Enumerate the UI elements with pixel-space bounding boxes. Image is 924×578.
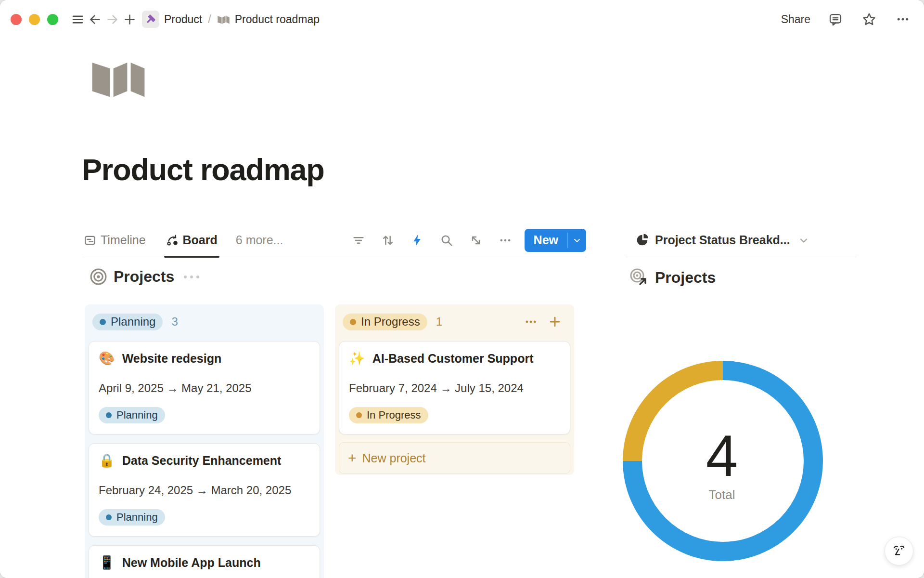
new-button-chevron-icon[interactable]: [568, 229, 586, 252]
chart-total-value: 4: [674, 427, 770, 485]
sparkles-emoji-icon: ✨: [349, 352, 365, 365]
favorite-star-icon[interactable]: [860, 11, 878, 28]
card-status-label: Planning: [116, 511, 158, 524]
card-status-tag: In Progress: [349, 407, 428, 423]
breadcrumb: Product / Product roadmap: [142, 11, 320, 28]
new-project-button[interactable]: + New project: [339, 442, 570, 474]
plus-icon: +: [348, 451, 357, 465]
card-date-range: February 24, 2025 → March 20, 2025: [99, 483, 310, 498]
minimize-window-button[interactable]: [29, 14, 40, 25]
zoom-window-button[interactable]: [47, 14, 58, 25]
filter-icon[interactable]: [351, 233, 366, 248]
section-options-ellipsis-icon[interactable]: [184, 276, 199, 278]
automation-lightning-icon[interactable]: [410, 233, 425, 248]
status-dot-yellow: [356, 412, 362, 418]
column-count-planning: 3: [171, 315, 178, 328]
card-date-range: April 9, 2025 → May 21, 2025: [99, 381, 310, 395]
topbar-actions: Share: [781, 11, 911, 28]
column-status-pill-in-progress[interactable]: In Progress: [343, 314, 427, 330]
tab-timeline-label: Timeline: [101, 233, 146, 247]
column-add-card-plus-icon[interactable]: [548, 315, 562, 328]
column-count-in-progress: 1: [436, 315, 442, 328]
card-status-label: In Progress: [367, 409, 421, 421]
card-title: New Mobile App Launch: [122, 556, 261, 570]
palette-emoji-icon: 🎨: [99, 352, 115, 365]
view-toolbar: [351, 233, 513, 248]
mobile-phone-emoji-icon: 📱: [99, 556, 115, 569]
tab-timeline[interactable]: Timeline: [82, 223, 148, 257]
hamburger-menu-icon[interactable]: [69, 11, 86, 28]
tab-board[interactable]: Board: [164, 223, 219, 257]
column-status-pill-planning[interactable]: Planning: [92, 314, 163, 330]
board-card-mobile-app[interactable]: 📱 New Mobile App Launch May 1, 2025 → Ma…: [89, 545, 320, 578]
target-icon: [90, 268, 107, 286]
breadcrumb-item-product[interactable]: Product: [164, 13, 202, 26]
board-card-website-redesign[interactable]: 🎨 Website redesign April 9, 2025 → May 2…: [89, 341, 320, 434]
lock-emoji-icon: 🔒: [99, 454, 115, 467]
app-window: Product / Product roadmap Share Product …: [0, 0, 924, 578]
window-controls: [11, 14, 58, 25]
board-section-heading: Projects: [90, 268, 199, 286]
status-dot-yellow: [350, 319, 356, 325]
new-record-button[interactable]: New: [525, 229, 586, 252]
card-title: Website redesign: [122, 352, 222, 366]
view-tabs-bar: Timeline Board 6 more...: [82, 223, 586, 257]
pie-chart-icon: [636, 234, 649, 247]
tab-board-label: Board: [183, 233, 218, 247]
linked-chart-tab[interactable]: Project Status Breakd...: [626, 223, 857, 257]
view-options-ellipsis-icon[interactable]: [498, 233, 513, 248]
new-button-label: New: [525, 229, 567, 252]
expand-icon[interactable]: [468, 233, 484, 248]
timeline-icon: [84, 234, 96, 247]
breadcrumb-item-page[interactable]: Product roadmap: [235, 13, 320, 26]
chart-section-heading: Projects: [629, 268, 716, 287]
status-dot-blue: [106, 412, 112, 418]
chart-section-title: Projects: [655, 269, 716, 287]
linked-chart-tab-label: Project Status Breakd...: [655, 233, 790, 247]
map-icon: [217, 14, 230, 25]
card-status-label: Planning: [116, 409, 158, 421]
notion-ai-face-button[interactable]: [885, 537, 913, 565]
board-column-planning: Planning 3 🎨 Website redesign April 9, 2…: [85, 304, 324, 578]
card-date-range: February 7, 2024 → July 15, 2024: [349, 381, 560, 395]
comments-icon[interactable]: [827, 11, 844, 28]
teamspace-hammer-icon[interactable]: [142, 11, 159, 28]
status-dot-blue: [106, 514, 112, 520]
board-column-in-progress: In Progress 1 ✨ AI-Based Customer Suppor…: [335, 304, 574, 475]
status-dot-blue: [100, 319, 106, 325]
card-status-tag: Planning: [99, 509, 165, 525]
column-header-planning: Planning 3: [89, 308, 320, 335]
page-icon-map[interactable]: [90, 56, 147, 102]
page-title: Product roadmap: [82, 152, 324, 187]
breadcrumb-separator: /: [208, 13, 211, 26]
share-button[interactable]: Share: [781, 13, 810, 26]
board-card-data-security[interactable]: 🔒 Data Security Enhancement February 24,…: [89, 443, 320, 537]
chevron-down-icon[interactable]: [798, 235, 809, 246]
new-tab-plus-icon[interactable]: [121, 11, 138, 28]
back-arrow-icon[interactable]: [86, 11, 103, 28]
column-options-ellipsis-icon[interactable]: [524, 315, 538, 328]
more-views-button[interactable]: 6 more...: [236, 233, 283, 247]
card-status-tag: Planning: [99, 407, 165, 423]
close-window-button[interactable]: [11, 14, 22, 25]
board-view-icon: [166, 234, 179, 247]
card-title: Data Security Enhancement: [122, 454, 282, 468]
forward-arrow-icon[interactable]: [103, 11, 121, 28]
column-name-in-progress: In Progress: [361, 315, 420, 328]
more-options-icon[interactable]: [894, 11, 911, 28]
board-card-ai-support[interactable]: ✨ AI-Based Customer Support February 7, …: [339, 341, 570, 434]
linked-target-arrow-icon: [629, 268, 649, 287]
column-name-planning: Planning: [111, 315, 155, 328]
board-section-title: Projects: [114, 268, 174, 286]
sort-icon[interactable]: [380, 233, 396, 248]
topbar: Product / Product roadmap Share: [0, 0, 924, 39]
column-header-in-progress: In Progress 1: [339, 308, 570, 335]
chart-total-label: Total: [674, 487, 770, 502]
column-cards-in-progress: ✨ AI-Based Customer Support February 7, …: [339, 341, 570, 434]
ai-face-icon: [890, 542, 908, 560]
column-cards-planning: 🎨 Website redesign April 9, 2025 → May 2…: [89, 341, 320, 578]
new-project-label: New project: [362, 451, 426, 465]
search-icon[interactable]: [439, 233, 454, 248]
card-title: AI-Based Customer Support: [372, 352, 534, 366]
